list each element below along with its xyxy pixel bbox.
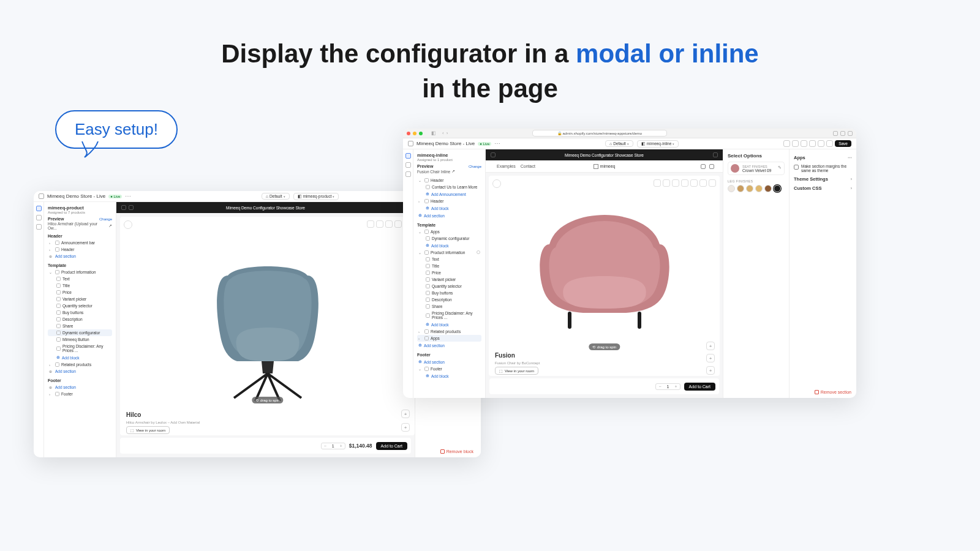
add-section[interactable]: ⊕Add section (417, 358, 481, 365)
add-block[interactable]: ⊕Add block (417, 372, 481, 380)
search-icon[interactable] (701, 164, 706, 169)
change-link[interactable]: Change (99, 217, 112, 221)
remove-block-button[interactable]: Remove block (440, 449, 473, 454)
toolbar-icon[interactable] (783, 140, 790, 147)
app-embeds-icon[interactable] (405, 171, 411, 177)
add-section[interactable]: ⊕Add section (417, 212, 481, 219)
add-to-cart-button[interactable]: Add to Cart (684, 383, 715, 391)
add-block[interactable]: ⊕Add block (417, 242, 481, 249)
preview-product[interactable]: Hilco Armchair (Upload your Ow...↗ (48, 222, 112, 230)
redo-icon[interactable] (826, 140, 833, 147)
theme-settings-icon[interactable] (36, 215, 42, 220)
app-embeds-icon[interactable] (36, 224, 42, 230)
tree-item[interactable]: ›Header (417, 198, 481, 204)
swatch[interactable] (728, 185, 735, 192)
tree-item[interactable]: Buy buttons (417, 290, 481, 296)
add-block[interactable]: ⊕Add block (417, 321, 481, 328)
sections-icon[interactable] (405, 153, 411, 159)
swatch[interactable] (737, 185, 744, 192)
tree-item[interactable]: Title (417, 263, 481, 269)
add-fab[interactable]: + (706, 354, 715, 362)
nav-link[interactable]: Examples (497, 164, 516, 168)
toolbar-icon[interactable] (809, 140, 816, 147)
tree-item[interactable]: Share (417, 303, 481, 310)
tree-item[interactable]: Variant picker (417, 276, 481, 283)
add-section[interactable]: ⊕Add section (48, 368, 112, 375)
tree-item[interactable]: Text (48, 276, 112, 282)
product-canvas[interactable]: ⟲drag to spin Hilco Hilco Armchair by Le… (120, 217, 415, 435)
undo-icon[interactable] (818, 140, 824, 147)
change-link[interactable]: Change (469, 165, 481, 168)
add-fab[interactable]: + (401, 423, 410, 432)
tree-item[interactable]: Share (48, 323, 112, 329)
tree-item[interactable]: ›Related products (417, 328, 481, 335)
edit-icon[interactable]: ✎ (778, 165, 782, 170)
view-in-room-button[interactable]: ⬚View in your room (126, 426, 170, 434)
add-fab[interactable]: + (706, 366, 715, 375)
swatch[interactable] (764, 185, 772, 192)
home-icon[interactable] (39, 193, 44, 199)
checkbox-row[interactable]: Make section margins the same as theme (794, 164, 852, 173)
tree-item[interactable]: Title (48, 282, 112, 289)
device-select[interactable]: ⌂Default▾ (605, 140, 633, 147)
remove-section-button[interactable]: Remove section (815, 390, 851, 394)
nav-link[interactable]: Contact (521, 164, 535, 168)
tree-item[interactable]: Price (417, 269, 481, 276)
tree-item[interactable]: ⌄Apps (417, 228, 481, 235)
add-block[interactable]: ⊕Add block (417, 204, 481, 212)
tree-item[interactable]: ›Footer (48, 391, 112, 397)
canvas-tools[interactable] (654, 179, 716, 187)
tree-item-selected[interactable]: ›Apps (417, 335, 481, 342)
tree-item[interactable]: ⌄Header (417, 177, 481, 184)
selected-swatch[interactable]: SEAT FINISHESCrown Velvet 09 ✎ (728, 162, 785, 175)
add-announcement[interactable]: ⊕Add Announcement (417, 190, 481, 198)
tree-item[interactable]: Buy buttons (48, 309, 112, 316)
tree-item[interactable]: ›Related products (48, 361, 112, 368)
tree-item[interactable]: Contact Us to Learn More (417, 184, 481, 190)
tree-item[interactable]: ⌄Product information (48, 269, 112, 276)
more-icon[interactable]: ⋯ (125, 193, 131, 200)
add-section[interactable]: ⊕Add section (417, 342, 481, 349)
quantity-stepper[interactable]: −1+ (655, 383, 680, 390)
home-icon[interactable] (408, 141, 413, 146)
tree-item[interactable]: Mimeeq Button (48, 336, 112, 343)
add-section[interactable]: ⊕Add section (48, 253, 112, 260)
tree-item[interactable]: Description (417, 296, 481, 303)
view-in-room-button[interactable]: ⬚View in your room (495, 367, 538, 375)
sections-icon[interactable] (36, 206, 42, 211)
tree-item[interactable]: Pricing Disclaimer: Any Prices ... (417, 310, 481, 321)
tree-item[interactable]: Quantity selector (48, 302, 112, 309)
custom-css-row[interactable]: Custom CSS› (794, 184, 852, 193)
reset-icon[interactable] (492, 179, 501, 188)
quantity-stepper[interactable]: −1+ (321, 443, 345, 449)
save-button[interactable]: Save (835, 140, 851, 147)
template-select[interactable]: ◧mimeeq-inline▾ (637, 140, 679, 148)
cart-icon[interactable] (709, 164, 714, 169)
tree-item[interactable]: Quantity selector (417, 283, 481, 290)
theme-settings-row[interactable]: Theme Settings› (794, 174, 852, 184)
tree-item[interactable]: ⌄Product information (417, 249, 481, 256)
add-to-cart-button[interactable]: Add to Cart (376, 442, 407, 450)
add-fab[interactable]: + (706, 342, 715, 350)
swatch[interactable] (746, 185, 753, 192)
apps-section[interactable]: Apps⋯ (794, 153, 852, 162)
tree-item[interactable]: Description (48, 316, 112, 323)
swatch[interactable] (755, 185, 763, 192)
template-select[interactable]: ◧mimeeq-product▾ (293, 193, 339, 200)
tree-item[interactable]: Variant picker (48, 296, 112, 302)
tree-item[interactable]: ⌄Footer (417, 365, 481, 372)
theme-settings-icon[interactable] (405, 162, 411, 168)
toolbar-icon[interactable] (792, 140, 799, 147)
tree-item[interactable]: Text (417, 256, 481, 263)
device-select[interactable]: ⌂Default▾ (262, 193, 290, 200)
tree-item-selected[interactable]: Dynamic configurator (48, 329, 112, 336)
tree-item[interactable]: Pricing Disclaimer: Any Prices ... (48, 343, 112, 354)
url-bar[interactable]: 🔒 admin.shopify.com/store/mimeeq-appstor… (532, 130, 667, 137)
swatch[interactable] (774, 185, 781, 192)
preview-product[interactable]: Fusion Chair Inline↗ (417, 169, 481, 174)
toolbar-icon[interactable] (801, 140, 807, 147)
tree-item[interactable]: Dynamic configurator (417, 235, 481, 242)
tree-item[interactable]: ›Header (48, 246, 112, 253)
more-icon[interactable]: ⋯ (494, 141, 500, 147)
tree-item[interactable]: ›Announcement bar (48, 239, 112, 246)
